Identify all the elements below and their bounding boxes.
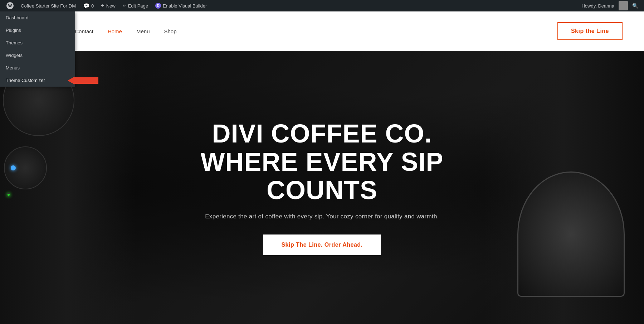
hero-cta-button[interactable]: Skip The Line. Order Ahead. bbox=[263, 234, 380, 255]
admin-bar-right: Howdy, Deanna 🔍 bbox=[579, 1, 641, 10]
theme-customizer-label: Theme Customizer bbox=[6, 78, 45, 83]
new-item[interactable]: + New bbox=[97, 0, 119, 11]
dropdown-item-themes[interactable]: Themes bbox=[0, 37, 75, 49]
visual-builder-label: Enable Visual Builder bbox=[163, 3, 207, 9]
arrow-body bbox=[73, 77, 98, 84]
visual-builder-item[interactable]: D Enable Visual Builder bbox=[152, 0, 210, 11]
hero-section: DIVI COFFEE CO. WHERE EVERY SIP COUNTS E… bbox=[0, 51, 644, 324]
site-name-label: Coffee Starter Site For Divi bbox=[21, 3, 76, 9]
comments-count: 0 bbox=[91, 3, 94, 9]
edit-page-label: Edit Page bbox=[128, 3, 148, 9]
themes-label: Themes bbox=[6, 40, 23, 45]
dashboard-label: Dashboard bbox=[6, 15, 29, 20]
wp-logo-item[interactable]: W bbox=[3, 0, 17, 11]
green-light-2 bbox=[7, 193, 10, 197]
widgets-label: Widgets bbox=[6, 53, 23, 58]
divi-icon: D bbox=[155, 3, 161, 9]
page-wrapper: About Blog Contact Home Menu Shop Skip t… bbox=[0, 11, 644, 324]
comments-item[interactable]: 💬 0 bbox=[80, 0, 97, 11]
site-nav: About Blog Contact Home Menu Shop bbox=[21, 28, 557, 34]
menus-label: Menus bbox=[6, 65, 20, 71]
search-icon[interactable]: 🔍 bbox=[629, 3, 641, 9]
dropdown-item-dashboard[interactable]: Dashboard bbox=[0, 11, 75, 24]
site-name-item[interactable]: Coffee Starter Site For Divi bbox=[17, 0, 80, 11]
new-label: New bbox=[106, 3, 116, 9]
nav-shop[interactable]: Shop bbox=[164, 28, 176, 34]
nav-contact[interactable]: Contact bbox=[75, 28, 93, 34]
admin-bar-left: W Coffee Starter Site For Divi 💬 0 + New… bbox=[3, 0, 579, 11]
hero-content: DIVI COFFEE CO. WHERE EVERY SIP COUNTS E… bbox=[161, 120, 483, 256]
pencil-icon: ✏ bbox=[123, 3, 126, 8]
plugins-label: Plugins bbox=[6, 28, 21, 33]
red-arrow-indicator bbox=[73, 77, 98, 84]
hero-subtitle: Experience the art of coffee with every … bbox=[175, 213, 469, 220]
site-header: About Blog Contact Home Menu Shop Skip t… bbox=[0, 11, 644, 51]
admin-bar: W Coffee Starter Site For Divi 💬 0 + New… bbox=[0, 0, 644, 11]
dropdown-item-plugins[interactable]: Plugins bbox=[0, 24, 75, 37]
portafilter bbox=[517, 171, 625, 297]
dropdown-item-theme-customizer[interactable]: Theme Customizer bbox=[0, 74, 75, 87]
nav-menu[interactable]: Menu bbox=[136, 28, 150, 34]
coffee-machine-left bbox=[0, 51, 136, 324]
wp-logo: W bbox=[6, 2, 14, 9]
dropdown-item-menus[interactable]: Menus bbox=[0, 62, 75, 74]
user-avatar[interactable] bbox=[619, 1, 628, 10]
nav-home[interactable]: Home bbox=[108, 28, 122, 34]
dropdown-menu: Dashboard Plugins Themes Widgets Menus T… bbox=[0, 11, 75, 87]
edit-page-item[interactable]: ✏ Edit Page bbox=[119, 0, 152, 11]
coffee-machine-right bbox=[483, 51, 644, 324]
hero-title: DIVI COFFEE CO. WHERE EVERY SIP COUNTS bbox=[175, 120, 469, 205]
howdy-text: Howdy, Deanna bbox=[579, 3, 617, 9]
machine-circle-2 bbox=[4, 146, 47, 189]
skip-the-line-button[interactable]: Skip the Line bbox=[557, 22, 623, 40]
plus-icon: + bbox=[101, 3, 104, 9]
dropdown-item-widgets[interactable]: Widgets bbox=[0, 49, 75, 62]
comment-icon: 💬 bbox=[83, 3, 89, 9]
